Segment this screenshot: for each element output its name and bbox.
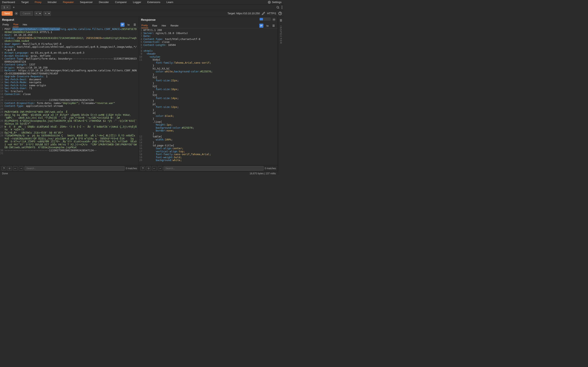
response-tab-pretty[interactable]: Pretty xyxy=(141,23,148,28)
svg-rect-11 xyxy=(121,25,123,25)
svg-line-2 xyxy=(278,8,279,8)
request-match-count: 0 matches xyxy=(126,167,137,170)
menu-intruder[interactable]: Intruder xyxy=(48,1,57,4)
send-button[interactable]: Send xyxy=(2,11,13,16)
repeater-toolbar: Send Cancel < ▾ > ▾ Target: https://10.1… xyxy=(0,10,284,17)
wrap-lines-icon[interactable] xyxy=(259,24,263,28)
response-editor[interactable]: 1HTTP/1.1 200 2Server: nginx/1.18.0 (Ubu… xyxy=(139,28,278,165)
svg-point-3 xyxy=(282,6,282,6)
close-icon[interactable]: × xyxy=(7,6,8,9)
menu-comparer[interactable]: Comparer xyxy=(115,1,127,4)
show-nonprintable-icon[interactable]: \n xyxy=(265,24,269,28)
response-search-bar: ? ← → 0 matches xyxy=(139,165,278,171)
request-search-input[interactable] xyxy=(25,166,125,171)
cancel-button[interactable]: Cancel xyxy=(20,11,33,16)
request-tab-pretty[interactable]: Pretty xyxy=(2,22,9,27)
response-tab-render[interactable]: Render xyxy=(170,24,179,28)
response-match-count: 0 matches xyxy=(265,167,276,170)
layout-toggle[interactable] xyxy=(259,17,271,21)
svg-rect-9 xyxy=(121,24,123,24)
search-icon[interactable] xyxy=(276,6,279,9)
svg-point-16 xyxy=(274,19,274,20)
history-back-dropdown[interactable]: ▾ xyxy=(38,11,42,16)
status-left: Done xyxy=(2,172,8,175)
help-icon[interactable] xyxy=(278,12,282,15)
show-nonprintable-icon[interactable]: \n xyxy=(127,23,131,27)
top-menu-bar: Dashboard Target Proxy Intruder Repeater… xyxy=(0,0,284,4)
menu-proxy[interactable]: Proxy xyxy=(35,1,42,4)
request-search-bar: ? ← → 0 matches xyxy=(0,165,139,171)
prev-match-button[interactable]: ← xyxy=(152,166,156,171)
menu-extensions[interactable]: Extensions xyxy=(147,1,160,4)
help-icon[interactable]: ? xyxy=(141,166,145,171)
history-back-group: < ▾ xyxy=(35,11,42,16)
hamburger-icon[interactable] xyxy=(279,18,283,22)
settings-label: Settings xyxy=(272,1,282,4)
gear-icon[interactable] xyxy=(7,166,12,171)
more-icon[interactable] xyxy=(282,6,282,9)
svg-point-15 xyxy=(9,168,10,169)
svg-point-23 xyxy=(148,168,149,169)
gear-icon xyxy=(268,1,271,4)
tab-label: 1 xyxy=(3,6,5,9)
http-version-label[interactable]: HTTP/1 xyxy=(267,12,276,15)
svg-point-5 xyxy=(282,8,282,9)
svg-point-0 xyxy=(269,2,270,3)
settings-gear-button[interactable] xyxy=(14,11,18,16)
history-forward-dropdown[interactable]: ▾ xyxy=(47,11,51,16)
response-pane: Response Pretty Raw Hex Render \n 1H xyxy=(139,17,278,171)
inspector-sidebar: INSPECTOR xyxy=(278,17,284,175)
next-match-button[interactable]: → xyxy=(19,166,23,171)
svg-rect-19 xyxy=(260,26,261,26)
target-label: Target: https://10.10.10.250 xyxy=(227,12,260,15)
response-tab-hex[interactable]: Hex xyxy=(161,24,166,28)
gear-icon[interactable] xyxy=(146,166,151,171)
status-right: 16,670 bytes | 137 millis xyxy=(250,172,276,175)
menu-logger[interactable]: Logger xyxy=(133,1,141,4)
request-title: Request xyxy=(2,18,137,21)
request-tab-hex[interactable]: Hex xyxy=(22,22,27,27)
menu-dashboard[interactable]: Dashboard xyxy=(2,1,15,4)
repeater-tabs-bar: 1 × + xyxy=(0,4,284,10)
next-match-button[interactable]: → xyxy=(158,166,162,171)
svg-rect-18 xyxy=(260,25,262,26)
hamburger-icon[interactable] xyxy=(272,24,276,28)
history-forward-group: > ▾ xyxy=(43,11,51,16)
menu-learn[interactable]: Learn xyxy=(166,1,173,4)
status-bar: Done 16,670 bytes | 137 millis xyxy=(0,171,278,175)
menu-repeater[interactable]: Repeater xyxy=(63,1,74,4)
history-forward-button[interactable]: > xyxy=(43,11,47,16)
menu-decoder[interactable]: Decoder xyxy=(99,1,109,4)
edit-target-icon[interactable] xyxy=(262,12,265,15)
svg-point-6 xyxy=(16,13,17,14)
response-tab-raw[interactable]: Raw xyxy=(152,24,158,28)
svg-rect-10 xyxy=(121,25,123,25)
response-search-input[interactable] xyxy=(164,166,264,171)
inspector-label[interactable]: INSPECTOR xyxy=(280,26,282,44)
prev-match-button[interactable]: ← xyxy=(13,166,17,171)
svg-point-1 xyxy=(277,6,279,8)
menu-sequencer[interactable]: Sequencer xyxy=(80,1,93,4)
svg-point-4 xyxy=(282,7,282,8)
svg-rect-17 xyxy=(260,25,262,25)
wrap-lines-icon[interactable] xyxy=(121,23,125,27)
request-pane: Request Pretty Raw Hex \n 1POST /manager… xyxy=(0,17,139,171)
gear-icon[interactable] xyxy=(272,17,276,22)
request-tab-raw[interactable]: Raw xyxy=(13,22,18,27)
response-title: Response xyxy=(141,18,256,21)
help-icon[interactable]: ? xyxy=(2,166,6,171)
settings-button[interactable]: Settings xyxy=(268,1,282,4)
layout-horizontal-icon xyxy=(260,18,263,20)
layout-vertical-icon xyxy=(263,18,267,20)
add-tab-button[interactable]: + xyxy=(12,6,16,9)
svg-point-8 xyxy=(280,14,280,14)
layout-combined-icon xyxy=(267,18,270,20)
hamburger-icon[interactable] xyxy=(133,23,137,27)
request-editor[interactable]: 1POST /manager/status/..;/html/upload?or… xyxy=(0,27,139,165)
menu-target[interactable]: Target xyxy=(21,1,29,4)
history-back-button[interactable]: < xyxy=(35,11,38,16)
repeater-tab-1[interactable]: 1 × xyxy=(1,5,10,9)
gear-icon xyxy=(15,12,18,15)
